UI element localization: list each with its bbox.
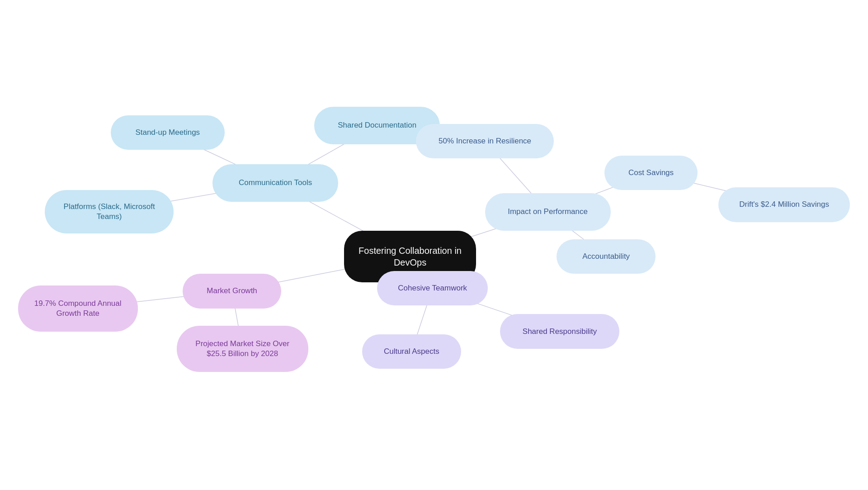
node-projected_market: Projected Market Size Over $25.5 Billion… <box>177 326 308 372</box>
node-market_growth: Market Growth <box>183 274 281 308</box>
node-shared_responsibility: Shared Responsibility <box>500 314 620 348</box>
node-cohesive_teamwork: Cohesive Teamwork <box>377 271 488 305</box>
node-cost_savings: Cost Savings <box>604 156 697 190</box>
node-cultural_aspects: Cultural Aspects <box>362 334 461 369</box>
node-drift_savings: Drift's $2.4 Million Savings <box>718 187 850 222</box>
node-communication_tools: Communication Tools <box>212 164 338 202</box>
mind-map: Fostering Collaboration in DevOpsCommuni… <box>0 0 868 490</box>
node-compound_growth: 19.7% Compound Annual Growth Rate <box>18 285 138 332</box>
node-resilience: 50% Increase in Resilience <box>416 124 554 158</box>
node-platforms: Platforms (Slack, Microsoft Teams) <box>45 190 174 233</box>
node-impact_performance: Impact on Performance <box>485 193 611 231</box>
node-accountability: Accountability <box>557 239 655 274</box>
node-standup_meetings: Stand-up Meetings <box>111 115 225 150</box>
